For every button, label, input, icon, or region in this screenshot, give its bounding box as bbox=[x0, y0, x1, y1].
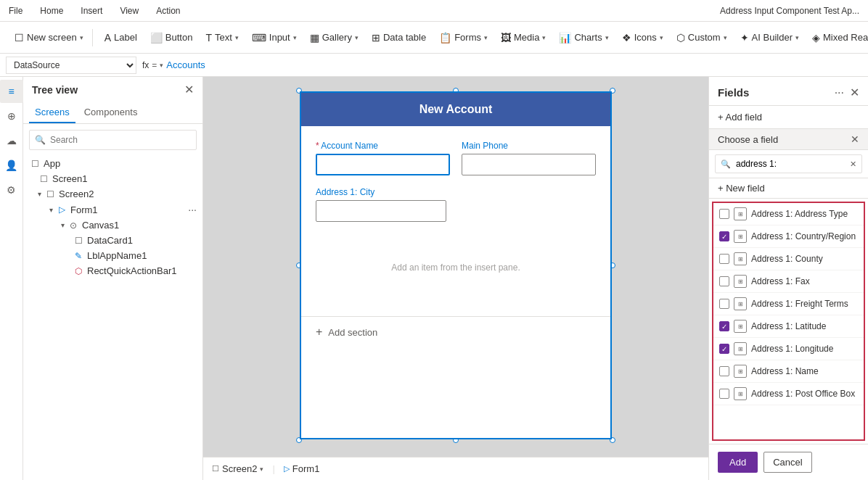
choose-field-close-button[interactable]: ✕ bbox=[851, 133, 859, 145]
left-icon-add[interactable]: ⊕ bbox=[0, 104, 23, 128]
field-type-icon: ⊞ bbox=[734, 387, 747, 400]
field-item[interactable]: ⊞Address 1: Post Office Box bbox=[713, 383, 864, 405]
field-name-label: Address 1: Freight Terms bbox=[751, 299, 858, 309]
field-item[interactable]: ⊞Address 1: Fax bbox=[713, 270, 864, 293]
menu-action[interactable]: Action bbox=[153, 4, 183, 17]
icons-chevron: ▾ bbox=[660, 34, 663, 41]
input-button[interactable]: ⌨ Input ▾ bbox=[246, 29, 303, 46]
menu-insert[interactable]: Insert bbox=[78, 4, 105, 17]
custom-button[interactable]: ⬡ Custom ▾ bbox=[671, 29, 733, 46]
field-checkbox[interactable] bbox=[719, 389, 729, 399]
account-name-input[interactable] bbox=[316, 154, 450, 175]
tab-components[interactable]: Components bbox=[78, 102, 144, 123]
field-item[interactable]: ⊞Address 1: Address Type bbox=[713, 203, 864, 225]
city-input[interactable] bbox=[316, 200, 446, 222]
tree-item-screen1[interactable]: ☐ Screen1 bbox=[23, 171, 202, 186]
menu-home[interactable]: Home bbox=[37, 4, 66, 17]
canvas1-expand-icon: ▾ bbox=[61, 221, 65, 229]
menu-file[interactable]: File bbox=[6, 4, 25, 17]
new-field-button[interactable]: + New field bbox=[709, 178, 868, 199]
field-item[interactable]: ⊞Address 1: Latitude bbox=[713, 315, 864, 338]
left-icon-data[interactable]: ☁ bbox=[0, 129, 23, 152]
tree-label-form1: Form1 bbox=[70, 204, 185, 215]
tree-item-form1[interactable]: ▾ ▷ Form1 ··· bbox=[23, 202, 202, 218]
tree-item-lblappname1[interactable]: ✎ LblAppName1 bbox=[23, 248, 202, 263]
field-checkbox[interactable] bbox=[719, 209, 729, 219]
add-field-button[interactable]: + Add field bbox=[709, 106, 868, 128]
fields-close-button[interactable]: ✕ bbox=[850, 86, 859, 99]
media-button[interactable]: 🖼 Media ▾ bbox=[495, 29, 552, 46]
label-button[interactable]: A Label bbox=[99, 29, 143, 46]
field-item[interactable]: ⊞Address 1: Country/Region bbox=[713, 225, 864, 248]
main-phone-input[interactable] bbox=[462, 154, 596, 175]
field-item[interactable]: ⊞Address 1: County bbox=[713, 248, 864, 270]
field-checkbox[interactable] bbox=[719, 254, 729, 264]
add-button[interactable]: Add bbox=[718, 452, 758, 473]
field-item[interactable]: ⊞Address 1: Name bbox=[713, 360, 864, 383]
left-icon-settings[interactable]: ⚙ bbox=[0, 178, 23, 202]
fx-equals: = bbox=[152, 60, 157, 70]
sidebar: Tree view ✕ Screens Components 🔍 ☐ App ☐… bbox=[23, 77, 203, 480]
canvas-bottom-screen2[interactable]: ☐ Screen2 ▾ bbox=[212, 463, 263, 474]
mixed-reality-icon: ◈ bbox=[812, 32, 820, 44]
add-section-icon: + bbox=[316, 326, 322, 339]
gallery-button[interactable]: ▦ Gallery ▾ bbox=[304, 29, 364, 46]
button-button[interactable]: ⬜ Button bbox=[144, 29, 199, 46]
datatable-icon: ⊞ bbox=[372, 32, 380, 44]
field-checkbox[interactable] bbox=[719, 366, 729, 376]
fields-search-clear-icon[interactable]: ✕ bbox=[850, 160, 856, 169]
input-chevron: ▾ bbox=[293, 34, 297, 41]
fx-chevron-icon: ▾ bbox=[160, 62, 163, 69]
sidebar-close-button[interactable]: ✕ bbox=[184, 83, 194, 96]
ai-builder-button[interactable]: ✦ AI Builder ▾ bbox=[734, 29, 805, 46]
tree-item-app[interactable]: ☐ App bbox=[23, 156, 202, 171]
fx-value[interactable]: Accounts bbox=[166, 59, 862, 70]
datasource-select[interactable]: DataSource bbox=[6, 57, 136, 74]
field-checkbox[interactable] bbox=[719, 231, 729, 241]
datacard1-icon: ☐ bbox=[73, 236, 84, 246]
fields-more-icon[interactable]: ··· bbox=[835, 86, 844, 99]
tree-item-datacard1[interactable]: ☐ DataCard1 bbox=[23, 233, 202, 248]
tree-label-canvas1: Canvas1 bbox=[82, 220, 197, 231]
fx-label: fx bbox=[142, 60, 149, 70]
input-icon: ⌨ bbox=[252, 32, 266, 44]
tree-item-canvas1[interactable]: ▾ ⊙ Canvas1 bbox=[23, 218, 202, 233]
text-button[interactable]: T Text ▾ bbox=[200, 29, 244, 46]
canvas-content[interactable]: New Account Account Name Main Phone bbox=[203, 77, 708, 457]
forms-button[interactable]: 📋 Forms ▾ bbox=[433, 29, 494, 46]
tree-item-screen2[interactable]: ▾ ☐ Screen2 bbox=[23, 186, 202, 202]
field-item[interactable]: ⊞Address 1: Longitude bbox=[713, 338, 864, 360]
field-item[interactable]: ⊞Address 1: Freight Terms bbox=[713, 293, 864, 315]
media-icon: 🖼 bbox=[501, 32, 511, 44]
left-icon-treeview[interactable]: ≡ bbox=[0, 80, 23, 103]
canvas-bottom: ☐ Screen2 ▾ | ▷ Form1 bbox=[203, 457, 708, 480]
field-type-icon: ⊞ bbox=[734, 365, 747, 378]
datatable-button[interactable]: ⊞ Data table bbox=[366, 29, 432, 46]
fields-search-input[interactable] bbox=[715, 154, 862, 173]
field-checkbox[interactable] bbox=[719, 276, 729, 286]
field-checkbox[interactable] bbox=[719, 299, 729, 309]
icons-button[interactable]: ❖ Icons ▾ bbox=[616, 29, 669, 46]
tab-screens[interactable]: Screens bbox=[29, 102, 75, 123]
canvas-bottom-form1[interactable]: ▷ Form1 bbox=[284, 463, 320, 474]
menu-view[interactable]: View bbox=[117, 4, 142, 17]
new-screen-button[interactable]: ☐ New screen ▾ bbox=[9, 29, 89, 46]
field-checkbox[interactable] bbox=[719, 321, 729, 331]
mixed-reality-button[interactable]: ◈ Mixed Reality ▾ bbox=[806, 29, 868, 46]
screen2-expand-icon: ▾ bbox=[38, 190, 41, 198]
canvas-area: New Account Account Name Main Phone bbox=[203, 77, 708, 480]
add-item-hint: Add an item from the insert pane. bbox=[316, 233, 596, 302]
left-icon-user[interactable]: 👤 bbox=[0, 154, 23, 177]
form-canvas: New Account Account Name Main Phone bbox=[300, 91, 612, 439]
field-type-icon: ⊞ bbox=[734, 230, 747, 243]
cancel-button[interactable]: Cancel bbox=[763, 452, 811, 473]
search-input[interactable] bbox=[29, 130, 197, 150]
add-section-button[interactable]: + Add section bbox=[301, 316, 610, 347]
forms-chevron: ▾ bbox=[484, 34, 488, 41]
field-checkbox[interactable] bbox=[719, 344, 729, 354]
charts-button[interactable]: 📊 Charts ▾ bbox=[553, 29, 614, 46]
tree-item-rectquickactionbar1[interactable]: ⬡ RectQuickActionBar1 bbox=[23, 263, 202, 278]
main-layout: ≡ ⊕ ☁ 👤 ⚙ Tree view ✕ Screens Components… bbox=[0, 77, 868, 480]
form1-more-icon[interactable]: ··· bbox=[188, 204, 197, 215]
choose-field-title: Choose a field bbox=[718, 134, 778, 145]
